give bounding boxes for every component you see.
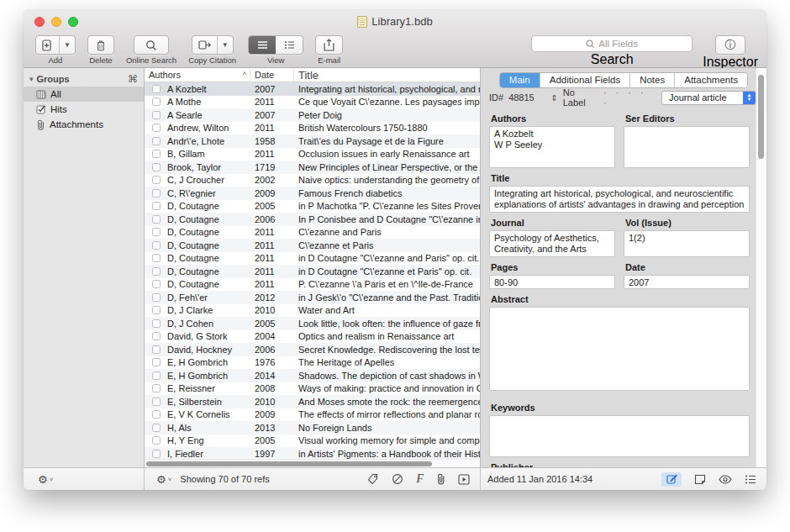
add-button[interactable]: ▼ bbox=[35, 35, 76, 55]
row-checkbox[interactable] bbox=[152, 450, 161, 458]
row-checkbox[interactable] bbox=[152, 371, 161, 380]
table-row[interactable]: C, R\'egnier 2009 Famous French diabetic… bbox=[145, 187, 480, 200]
row-checkbox[interactable] bbox=[152, 97, 161, 106]
sidebar-gear-chevron-icon[interactable]: ˅ bbox=[50, 476, 54, 483]
bibtex-field-icon[interactable]: F bbox=[416, 472, 424, 486]
table-row[interactable]: D, Feh\'er 2012 in J Gesk\'o "C\'ezanne … bbox=[145, 291, 480, 304]
column-header-date[interactable]: Date bbox=[250, 68, 294, 82]
copy-citation-dropdown-chevron-icon[interactable]: ▼ bbox=[217, 36, 233, 54]
sidebar-item-attachments[interactable]: Attachments bbox=[24, 117, 144, 132]
eye-icon[interactable] bbox=[719, 475, 732, 484]
row-checkbox[interactable] bbox=[152, 111, 161, 119]
row-checkbox[interactable] bbox=[152, 280, 161, 288]
tag-icon[interactable] bbox=[366, 473, 379, 485]
preview-play-icon[interactable] bbox=[458, 474, 470, 485]
publication-type-dropdown[interactable]: Journal article ▲▼ bbox=[661, 91, 756, 105]
row-checkbox[interactable] bbox=[152, 150, 161, 158]
row-checkbox[interactable] bbox=[152, 424, 161, 432]
tab-main[interactable]: Main bbox=[500, 73, 540, 87]
row-checkbox[interactable] bbox=[152, 254, 161, 262]
row-checkbox[interactable] bbox=[152, 436, 161, 445]
email-button[interactable] bbox=[315, 35, 343, 55]
table-row[interactable]: Andr\'e, Lhote 1958 Trait\'es du Paysage… bbox=[145, 134, 480, 148]
authors-field[interactable]: A Kozbelt W P Seeley bbox=[489, 126, 615, 168]
close-window-button[interactable] bbox=[34, 17, 45, 27]
keywords-field[interactable] bbox=[489, 415, 750, 457]
table-row[interactable]: B, Gillam 2011 Occlusion issues in early… bbox=[145, 148, 480, 161]
abstract-field[interactable] bbox=[489, 307, 750, 391]
minimize-window-button[interactable] bbox=[51, 17, 61, 27]
table-row[interactable]: H, Als 2013 No Foreign Lands bbox=[145, 421, 480, 435]
table-row[interactable]: D, Coutagne 2006 In P Conisbee and D Cou… bbox=[145, 213, 480, 226]
row-checkbox[interactable] bbox=[152, 332, 161, 340]
table-row[interactable]: E, H Gombrich 1976 The Heritage of Apell… bbox=[145, 356, 480, 370]
table-row[interactable]: David, Hockney 2006 Secret Knowledge. Re… bbox=[145, 343, 480, 356]
horizontal-scrollbar[interactable] bbox=[145, 459, 480, 467]
row-checkbox[interactable] bbox=[152, 319, 161, 328]
column-header-authors[interactable]: Authors ^ bbox=[145, 68, 250, 82]
note-icon[interactable] bbox=[694, 474, 706, 485]
table-row[interactable]: A Kozbelt 2007 Integrating art historica… bbox=[145, 82, 480, 96]
title-field[interactable]: Integrating art historical, psychologica… bbox=[489, 186, 750, 213]
row-checkbox[interactable] bbox=[152, 202, 161, 210]
row-checkbox[interactable] bbox=[152, 228, 161, 236]
pages-field[interactable]: 80-90 bbox=[489, 275, 615, 289]
delete-button[interactable] bbox=[87, 35, 114, 55]
label-popup[interactable]: No Label bbox=[563, 87, 598, 108]
label-updown-icon[interactable]: ⇕ bbox=[550, 93, 557, 103]
table-row[interactable]: A Searle 2007 Peter Doig bbox=[145, 108, 480, 122]
copy-citation-button[interactable]: ▼ bbox=[192, 35, 234, 55]
view-grouped-segment[interactable] bbox=[276, 36, 303, 54]
table-row[interactable]: Andrew, Wilton 2011 British Watercolours… bbox=[145, 122, 480, 135]
vertical-scrollbar-thumb[interactable] bbox=[758, 75, 764, 159]
horizontal-scrollbar-thumb[interactable] bbox=[146, 461, 432, 466]
zoom-window-button[interactable] bbox=[68, 17, 78, 27]
view-normal-segment[interactable] bbox=[249, 36, 276, 54]
ser-editors-field[interactable] bbox=[624, 126, 750, 168]
row-checkbox[interactable] bbox=[152, 85, 161, 93]
paperclip-icon[interactable] bbox=[436, 473, 445, 485]
table-gear-icon[interactable]: ⚙ bbox=[156, 473, 166, 486]
vertical-scrollbar[interactable] bbox=[756, 68, 766, 467]
tab-additional-fields[interactable]: Additional Fields bbox=[540, 73, 630, 87]
sidebar-gear-icon[interactable]: ⚙ bbox=[38, 473, 48, 486]
sidebar-item-all[interactable]: All bbox=[24, 87, 144, 102]
groups-header[interactable]: ▾ Groups ⌘ bbox=[24, 71, 144, 87]
table-row[interactable]: D, J Cohen 2005 Look little, look often:… bbox=[145, 317, 480, 330]
row-checkbox[interactable] bbox=[152, 384, 161, 392]
journal-field[interactable]: Psychology of Aesthetics, Creativity, an… bbox=[489, 230, 615, 257]
table-row[interactable]: D, Coutagne 2011 in D Coutagne "C\'ezann… bbox=[145, 265, 480, 278]
row-checkbox[interactable] bbox=[152, 267, 161, 276]
table-row[interactable]: David, G Stork 2004 Optics and realism i… bbox=[145, 330, 480, 344]
online-search-button[interactable] bbox=[134, 35, 169, 55]
table-row[interactable]: H, Y Eng 2005 Visual working memory for … bbox=[145, 435, 480, 448]
disclosure-triangle-icon[interactable]: ▾ bbox=[29, 75, 34, 83]
column-header-title[interactable]: Title bbox=[294, 68, 480, 82]
table-row[interactable]: E, V K Cornelis 2009 The effects of mirr… bbox=[145, 408, 480, 422]
row-checkbox[interactable] bbox=[152, 358, 161, 366]
row-checkbox[interactable] bbox=[152, 398, 161, 406]
row-checkbox[interactable] bbox=[152, 124, 161, 132]
edit-mode-button[interactable] bbox=[661, 472, 682, 487]
row-checkbox[interactable] bbox=[152, 345, 161, 354]
table-row[interactable]: D, Coutagne 2011 C\'ezanne et Paris bbox=[145, 239, 480, 252]
table-row[interactable]: E, Silberstein 2010 And Moses smote the … bbox=[145, 395, 480, 408]
table-row[interactable]: A Mothe 2011 Ce que Voyait C\'ezanne. Le… bbox=[145, 96, 480, 109]
table-row[interactable]: D, Coutagne 2011 in D Coutagne "C\'ezann… bbox=[145, 252, 480, 266]
row-checkbox[interactable] bbox=[152, 137, 161, 145]
row-checkbox[interactable] bbox=[152, 189, 161, 198]
table-row[interactable]: D, Coutagne 2005 in P Machotka "P. C\'ez… bbox=[145, 200, 480, 213]
date-field[interactable]: 2007 bbox=[624, 275, 750, 289]
table-row[interactable]: E, Reissner 2008 Ways of making: practic… bbox=[145, 382, 480, 396]
titlebar[interactable]: Library1.bdb bbox=[24, 10, 766, 33]
row-checkbox[interactable] bbox=[152, 241, 161, 250]
row-checkbox[interactable] bbox=[152, 176, 161, 184]
tab-notes[interactable]: Notes bbox=[630, 73, 675, 87]
search-input[interactable]: All Fields bbox=[531, 35, 693, 52]
table-row[interactable]: E, H Gombrich 2014 Shadows. The depictio… bbox=[145, 369, 480, 382]
row-checkbox[interactable] bbox=[152, 306, 161, 314]
inspector-button[interactable]: ⓘ bbox=[715, 35, 745, 55]
row-checkbox[interactable] bbox=[152, 293, 161, 302]
add-dropdown-chevron-icon[interactable]: ▼ bbox=[59, 36, 75, 54]
table-row[interactable]: D, Coutagne 2011 P. C\'ezanne \'a Paris … bbox=[145, 278, 480, 292]
